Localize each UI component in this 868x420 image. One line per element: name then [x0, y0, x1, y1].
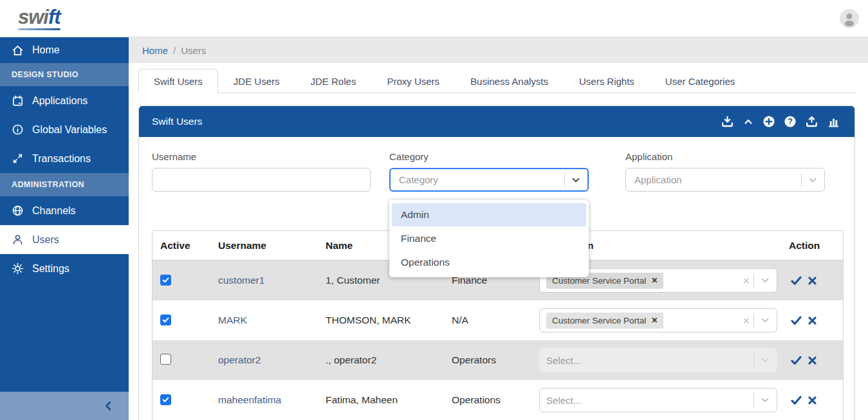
category-cell: Operations	[452, 394, 539, 406]
username-link[interactable]: customer1	[218, 275, 264, 286]
application-multiselect[interactable]: Customer Service Portal ✕ ×	[539, 308, 777, 333]
gear-icon	[12, 262, 24, 275]
check-icon	[162, 316, 169, 324]
chevron-down-icon[interactable]	[760, 275, 770, 286]
select-divider	[801, 173, 802, 187]
collapse-up-icon[interactable]	[743, 116, 754, 127]
remove-tag-icon[interactable]: ✕	[651, 316, 658, 325]
active-checkbox[interactable]	[160, 354, 171, 365]
sidebar-item-channels[interactable]: Channels	[0, 196, 129, 225]
username-filter-label: Username	[152, 151, 371, 162]
sidebar-item-global-variables[interactable]: Global Variables	[0, 115, 129, 144]
breadcrumb-home-link[interactable]: Home	[142, 45, 168, 56]
check-icon	[162, 396, 169, 403]
sidebar-item-label: Global Variables	[32, 124, 107, 136]
sidebar-item-label: Applications	[32, 95, 88, 107]
download-icon[interactable]	[721, 115, 734, 129]
expand-arrows-icon	[12, 152, 24, 165]
user-icon	[12, 233, 24, 246]
active-checkbox[interactable]	[160, 275, 171, 286]
active-checkbox[interactable]	[160, 315, 171, 325]
main-content: Home / Users Swift Users JDE Users JDE R…	[129, 37, 868, 420]
confirm-row-icon[interactable]	[791, 356, 802, 365]
breadcrumb-current: Users	[181, 45, 206, 56]
chevron-down-icon	[760, 355, 770, 365]
chevron-down-icon[interactable]	[808, 175, 818, 185]
tab-users-rights[interactable]: Users Rights	[564, 69, 650, 93]
sidebar-item-label: Users	[32, 234, 59, 246]
sidebar-section-design-studio: DESIGN STUDIO	[0, 63, 129, 86]
application-multiselect[interactable]: Select...	[539, 388, 777, 412]
chevron-down-icon[interactable]	[571, 175, 581, 185]
tab-proxy-users[interactable]: Proxy Users	[371, 69, 455, 93]
delete-row-icon[interactable]	[808, 396, 817, 405]
help-icon[interactable]: ?	[784, 115, 797, 128]
panel-title: Swift Users	[152, 116, 202, 127]
table-row: maheenfatima Fatima, Maheen Operations S…	[152, 380, 843, 420]
tab-user-categories[interactable]: User Categories	[650, 69, 750, 93]
name-cell: ., operator2	[326, 354, 452, 366]
username-filter-input[interactable]	[152, 168, 371, 192]
username-link[interactable]: MARK	[218, 315, 247, 325]
sidebar: Home DESIGN STUDIO Applications Global V…	[0, 37, 129, 420]
name-cell: THOMSON, MARK	[326, 315, 452, 326]
sidebar-item-users[interactable]: Users	[0, 225, 129, 254]
application-tag: Customer Service Portal ✕	[546, 313, 663, 329]
tab-jde-roles[interactable]: JDE Roles	[295, 69, 372, 93]
remove-tag-icon[interactable]: ✕	[651, 276, 658, 285]
chart-icon[interactable]	[827, 115, 840, 129]
sidebar-item-transactions[interactable]: Transactions	[0, 144, 129, 173]
section-label: ADMINISTRATION	[12, 180, 84, 189]
sidebar-item-settings[interactable]: Settings	[0, 254, 129, 283]
multiselect-placeholder: Select...	[546, 395, 751, 406]
category-option-operations[interactable]: Operations	[392, 251, 586, 274]
sidebar-item-applications[interactable]: Applications	[0, 86, 129, 115]
active-checkbox[interactable]	[160, 394, 171, 405]
delete-row-icon[interactable]	[808, 277, 817, 285]
multiselect-placeholder: Select...	[546, 355, 751, 366]
clear-selection-icon[interactable]: ×	[741, 275, 751, 287]
sidebar-item-label: Transactions	[32, 153, 91, 165]
delete-row-icon[interactable]	[808, 316, 817, 325]
check-icon	[162, 277, 169, 284]
tab-jde-users[interactable]: JDE Users	[218, 69, 295, 93]
name-cell: Fatima, Maheen	[326, 394, 452, 406]
confirm-row-icon[interactable]	[791, 316, 802, 325]
user-avatar[interactable]	[840, 9, 859, 28]
chevron-down-icon[interactable]	[760, 395, 770, 405]
sidebar-section-administration: ADMINISTRATION	[0, 173, 129, 196]
globe-icon	[12, 205, 24, 217]
sidebar-collapse-button[interactable]	[0, 392, 129, 420]
tab-business-analysts[interactable]: Business Analysts	[455, 69, 564, 93]
upload-icon[interactable]	[805, 115, 818, 129]
category-select[interactable]: Category	[389, 168, 589, 192]
confirm-row-icon[interactable]	[791, 396, 802, 405]
chevron-down-icon[interactable]	[760, 315, 770, 325]
tab-bar: Swift Users JDE Users JDE Roles Proxy Us…	[138, 69, 855, 93]
logo-text-blue: ft	[48, 6, 60, 28]
confirm-row-icon[interactable]	[791, 276, 802, 286]
clear-selection-icon[interactable]: ×	[741, 315, 751, 327]
username-link[interactable]: operator2	[218, 354, 261, 365]
logo-underline	[18, 28, 60, 30]
tab-swift-users[interactable]: Swift Users	[138, 69, 218, 93]
breadcrumb: Home / Users	[129, 37, 868, 63]
select-divider	[753, 273, 754, 288]
category-option-finance[interactable]: Finance	[392, 227, 586, 250]
category-cell: Operators	[452, 354, 539, 366]
sidebar-item-home[interactable]: Home	[0, 37, 129, 63]
application-filter-label: Application	[625, 151, 825, 162]
username-link[interactable]: maheenfatima	[218, 394, 281, 405]
column-header-action: Action	[785, 240, 843, 251]
add-icon[interactable]	[762, 115, 775, 128]
app-logo[interactable]: swift	[18, 7, 60, 30]
delete-row-icon[interactable]	[808, 356, 817, 365]
applications-icon	[12, 95, 24, 107]
category-dropdown-menu: Admin Finance Operations	[389, 200, 589, 277]
application-select[interactable]: Application	[625, 168, 825, 192]
sidebar-item-label: Channels	[32, 205, 76, 217]
person-icon	[840, 9, 859, 28]
swift-users-panel: Swift Users ?	[138, 105, 855, 420]
category-option-admin[interactable]: Admin	[392, 203, 586, 226]
panel-body: Username Category Category	[139, 137, 854, 420]
